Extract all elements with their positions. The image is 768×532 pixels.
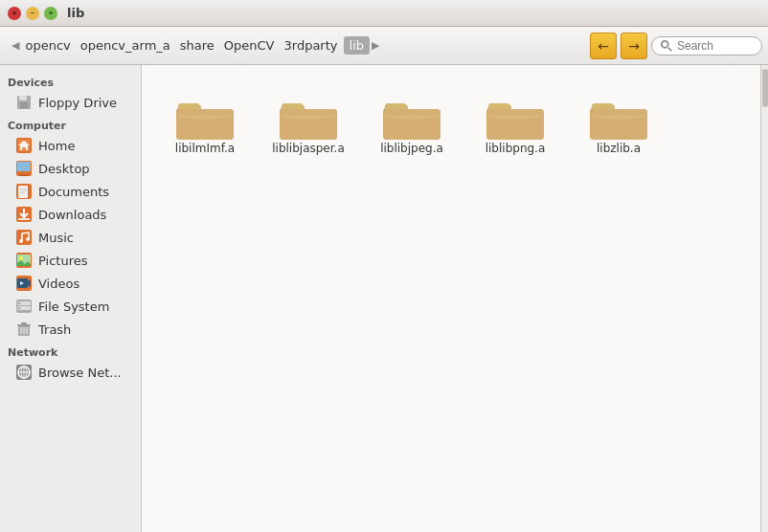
- breadcrumb-opencv-arm[interactable]: opencv_arm_a: [77, 36, 174, 55]
- folder-icon: [278, 88, 339, 142]
- svg-rect-8: [17, 162, 31, 171]
- file-item-name: liblibjpeg.a: [380, 142, 443, 155]
- search-icon: [660, 39, 673, 53]
- window-title: lib: [67, 6, 84, 20]
- svg-point-31: [18, 307, 20, 309]
- music-icon: [15, 229, 33, 246]
- file-item[interactable]: libilmImf.a: [157, 80, 253, 163]
- breadcrumb-opencv2[interactable]: OpenCV: [220, 36, 279, 55]
- search-box: [651, 36, 762, 55]
- file-item[interactable]: liblibjasper.a: [260, 80, 356, 163]
- svg-rect-34: [21, 322, 27, 324]
- sidebar-item-music[interactable]: Music: [0, 226, 141, 249]
- sidebar-item-videos[interactable]: Videos: [0, 272, 141, 295]
- folder-icon: [381, 88, 442, 142]
- pictures-label: Pictures: [38, 254, 87, 268]
- back-button[interactable]: ←: [590, 33, 617, 59]
- svg-rect-13: [20, 188, 27, 189]
- svg-rect-15: [20, 192, 25, 193]
- floppy-label: Floppy Drive: [38, 96, 117, 110]
- svg-rect-10: [19, 174, 29, 176]
- computer-header: Computer: [0, 114, 141, 134]
- breadcrumb-next[interactable]: ▶: [372, 39, 379, 52]
- forward-button[interactable]: →: [621, 33, 647, 59]
- music-label: Music: [38, 231, 74, 245]
- svg-rect-17: [18, 218, 30, 220]
- trash-label: Trash: [38, 322, 71, 337]
- desktop-icon: [15, 160, 33, 177]
- folder-icon: [485, 88, 546, 142]
- sidebar-item-documents[interactable]: Documents: [0, 180, 141, 203]
- file-item-name: liblibjasper.a: [272, 142, 345, 155]
- desktop-label: Desktop: [38, 162, 90, 176]
- trash-icon: [15, 321, 33, 338]
- svg-point-20: [26, 237, 30, 241]
- svg-line-1: [668, 47, 672, 51]
- svg-rect-4: [20, 102, 28, 108]
- maximize-button[interactable]: +: [44, 7, 57, 20]
- filesystem-label: File System: [38, 299, 109, 314]
- svg-point-30: [18, 302, 20, 304]
- file-item[interactable]: libzlib.a: [571, 80, 666, 163]
- folder-icon: [588, 88, 649, 142]
- pictures-icon: [15, 252, 33, 269]
- toolbar: ◀ opencv opencv_arm_a share OpenCV 3rdpa…: [0, 27, 768, 65]
- titlebar: × − + lib: [0, 0, 768, 27]
- svg-point-0: [662, 40, 668, 47]
- file-item-name: libzlib.a: [597, 142, 641, 155]
- breadcrumb-opencv[interactable]: opencv: [21, 36, 74, 55]
- network-header: Network: [0, 341, 141, 361]
- downloads-label: Downloads: [38, 208, 106, 222]
- window-controls: × − +: [8, 7, 57, 20]
- sidebar-item-network[interactable]: Browse Net...: [0, 361, 141, 384]
- file-area: libilmImf.a liblibjasper.a: [142, 65, 760, 532]
- svg-point-19: [19, 239, 23, 243]
- devices-header: Devices: [0, 71, 141, 91]
- minimize-button[interactable]: −: [26, 7, 39, 20]
- file-item[interactable]: liblibjpeg.a: [364, 80, 460, 163]
- sidebar-item-downloads[interactable]: Downloads: [0, 203, 141, 226]
- documents-label: Documents: [38, 185, 109, 199]
- breadcrumb-prev[interactable]: ◀: [11, 39, 19, 52]
- breadcrumb-3rdparty[interactable]: 3rdparty: [281, 36, 342, 55]
- svg-rect-12: [18, 186, 28, 198]
- network-label: Browse Net...: [38, 366, 122, 380]
- sidebar-item-filesystem[interactable]: File System: [0, 295, 141, 318]
- file-grid: libilmImf.a liblibjasper.a: [157, 80, 745, 163]
- svg-rect-14: [20, 190, 27, 191]
- sidebar-item-floppy[interactable]: Floppy Drive: [0, 91, 141, 114]
- main-container: Devices Floppy Drive Computer Home: [0, 65, 768, 532]
- breadcrumb-lib[interactable]: lib: [344, 36, 370, 55]
- breadcrumb-share[interactable]: share: [176, 36, 218, 55]
- documents-icon: [15, 183, 33, 200]
- home-label: Home: [38, 139, 75, 153]
- close-button[interactable]: ×: [8, 7, 21, 20]
- videos-label: Videos: [38, 277, 79, 291]
- sidebar-item-home[interactable]: Home: [0, 134, 141, 157]
- scroll-indicator: [760, 65, 768, 532]
- folder-icon: [174, 88, 236, 142]
- network-icon: [15, 364, 33, 381]
- floppy-icon: [15, 94, 33, 111]
- filesystem-icon: [15, 298, 33, 315]
- sidebar-item-desktop[interactable]: Desktop: [0, 157, 141, 180]
- breadcrumb-container: ◀ opencv opencv_arm_a share OpenCV 3rdpa…: [6, 36, 586, 55]
- svg-point-23: [19, 256, 23, 260]
- downloads-icon: [15, 206, 33, 223]
- file-item[interactable]: liblibpng.a: [467, 80, 563, 163]
- svg-rect-33: [17, 324, 31, 326]
- file-item-name: libilmImf.a: [175, 142, 235, 155]
- home-icon: [15, 137, 33, 154]
- videos-icon: [15, 275, 33, 292]
- search-input[interactable]: [677, 39, 754, 53]
- sidebar-item-pictures[interactable]: Pictures: [0, 249, 141, 272]
- scroll-handle[interactable]: [762, 69, 768, 107]
- sidebar: Devices Floppy Drive Computer Home: [0, 65, 142, 532]
- file-item-name: liblibpng.a: [486, 142, 546, 155]
- sidebar-item-trash[interactable]: Trash: [0, 318, 141, 341]
- svg-rect-3: [19, 96, 27, 100]
